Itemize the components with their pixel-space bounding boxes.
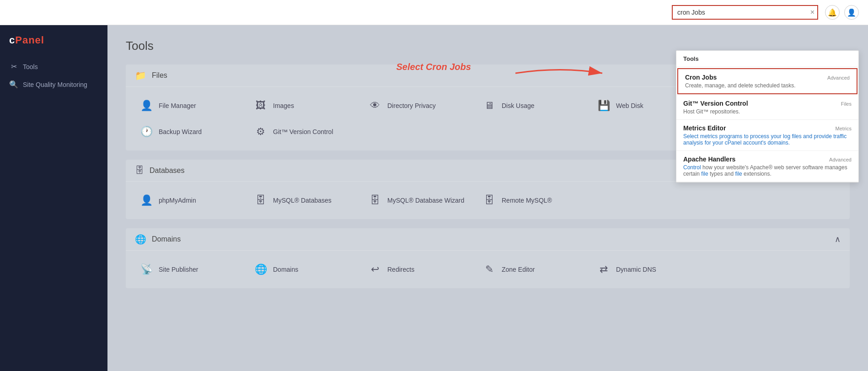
main-content: Tools 📁 Files ∧ 👤 File Manager 🖼 Images — [107, 25, 868, 371]
cpanel-logo: cPanel — [0, 34, 107, 58]
site-publisher-icon: 📡 — [139, 263, 153, 275]
tool-disk-usage-label: Disk Usage — [502, 102, 535, 109]
tool-phpmyadmin[interactable]: 👤 phpMyAdmin — [135, 191, 249, 210]
tool-remote-mysql-label: Remote MySQL® — [502, 197, 552, 204]
section-domains-title: 🌐 Domains — [135, 234, 181, 245]
search-dropdown: Tools Cron Jobs Advanced Create, manage,… — [676, 50, 859, 183]
dropdown-item-cron-jobs-header: Cron Jobs Advanced — [685, 74, 850, 81]
tool-domains[interactable]: 🌐 Domains — [249, 260, 364, 279]
layout: cPanel ✂ Tools 🔍 Site Quality Monitoring… — [0, 25, 868, 371]
dropdown-item-metrics[interactable]: Metrics Editor Metrics Select metrics pr… — [676, 120, 858, 151]
header: × 🔔 👤 — [0, 0, 868, 25]
dropdown-item-cron-jobs[interactable]: Cron Jobs Advanced Create, manage, and d… — [677, 68, 857, 94]
dropdown-git-category: Files — [841, 101, 852, 107]
section-domains: 🌐 Domains ∧ 📡 Site Publisher 🌐 Domains ↩… — [126, 228, 850, 288]
dropdown-apache-category: Advanced — [829, 157, 852, 162]
sidebar: cPanel ✂ Tools 🔍 Site Quality Monitoring — [0, 25, 107, 371]
dropdown-metrics-category: Metrics — [836, 126, 852, 131]
tool-zone-editor-label: Zone Editor — [502, 266, 535, 273]
section-domains-header: 🌐 Domains ∧ — [126, 228, 850, 251]
tool-redirects[interactable]: ↩ Redirects — [364, 260, 478, 279]
section-databases-title: 🗄 Databases — [135, 165, 185, 176]
search-clear-button[interactable]: × — [810, 9, 814, 16]
tools-icon: ✂ — [9, 62, 18, 71]
dropdown-item-apache[interactable]: Apache Handlers Advanced Control how you… — [676, 151, 858, 182]
logo-c: c — [9, 34, 15, 46]
folder-icon: 📁 — [135, 70, 146, 81]
dynamic-dns-icon: ⇄ — [597, 263, 611, 275]
tool-images-label: Images — [273, 102, 294, 109]
tool-web-disk-label: Web Disk — [616, 102, 643, 109]
tool-mysql-databases[interactable]: 🗄 MySQL® Databases — [249, 191, 364, 210]
section-domains-toggle[interactable]: ∧ — [835, 234, 841, 244]
bell-icon: 🔔 — [828, 8, 837, 17]
tool-git-version-label: Git™ Version Control — [273, 128, 333, 135]
mysql-icon: 🗄 — [254, 194, 268, 206]
dropdown-git-name: Git™ Version Control — [683, 100, 748, 107]
tool-git-version-control[interactable]: ⚙ Git™ Version Control — [249, 122, 364, 141]
logo-panel: Panel — [15, 34, 44, 46]
dropdown-metrics-name: Metrics Editor — [683, 124, 726, 132]
dropdown-metrics-desc: Select metrics programs to process your … — [683, 133, 852, 146]
tool-mysql-databases-label: MySQL® Databases — [273, 197, 332, 204]
dropdown-item-apache-header: Apache Handlers Advanced — [683, 156, 852, 163]
tool-zone-editor[interactable]: ✎ Zone Editor — [478, 260, 592, 279]
search-icon: 🔍 — [9, 80, 18, 89]
backup-wizard-icon: 🕐 — [139, 126, 153, 138]
section-files-label: Files — [152, 71, 167, 80]
mysql-wizard-icon: 🗄 — [368, 194, 382, 206]
search-wrapper: × — [672, 5, 818, 20]
dropdown-cron-jobs-desc: Create, manage, and delete scheduled tas… — [685, 82, 850, 89]
tool-mysql-wizard-label: MySQL® Database Wizard — [387, 197, 464, 204]
directory-privacy-icon: 👁 — [368, 100, 382, 112]
file-manager-icon: 👤 — [139, 100, 153, 112]
dropdown-cron-jobs-name: Cron Jobs — [685, 74, 717, 81]
phpmyadmin-icon: 👤 — [139, 194, 153, 206]
tool-file-manager-label: File Manager — [159, 102, 196, 109]
sidebar-item-tools[interactable]: ✂ Tools — [0, 58, 107, 75]
disk-usage-icon: 🖥 — [482, 100, 496, 112]
sidebar-item-site-quality[interactable]: 🔍 Site Quality Monitoring — [0, 75, 107, 93]
sidebar-item-tools-label: Tools — [23, 63, 38, 70]
dropdown-item-metrics-header: Metrics Editor Metrics — [683, 124, 852, 132]
tool-backup-wizard-label: Backup Wizard — [159, 128, 202, 135]
tool-site-publisher[interactable]: 📡 Site Publisher — [135, 260, 249, 279]
redirects-icon: ↩ — [368, 263, 382, 275]
tool-dynamic-dns-label: Dynamic DNS — [616, 266, 656, 273]
dropdown-cron-jobs-category: Advanced — [827, 75, 850, 81]
globe-icon: 🌐 — [135, 234, 146, 245]
tool-directory-privacy-label: Directory Privacy — [387, 102, 436, 109]
web-disk-icon: 💾 — [597, 100, 611, 112]
tool-dynamic-dns[interactable]: ⇄ Dynamic DNS — [592, 260, 707, 279]
notifications-button[interactable]: 🔔 — [825, 5, 840, 20]
tool-file-manager[interactable]: 👤 File Manager — [135, 96, 249, 115]
user-button[interactable]: 👤 — [844, 5, 859, 20]
sidebar-item-site-quality-label: Site Quality Monitoring — [23, 81, 87, 88]
dropdown-apache-desc: Control how your website's Apache® web s… — [683, 164, 852, 177]
dropdown-item-git[interactable]: Git™ Version Control Files Host Git™ rep… — [676, 95, 858, 120]
search-input[interactable] — [672, 5, 818, 20]
git-icon: ⚙ — [254, 126, 268, 138]
tool-phpmyadmin-label: phpMyAdmin — [159, 197, 196, 204]
section-domains-label: Domains — [152, 235, 181, 243]
tool-images[interactable]: 🖼 Images — [249, 96, 364, 115]
tool-backup-wizard[interactable]: 🕐 Backup Wizard — [135, 122, 249, 141]
tool-mysql-wizard[interactable]: 🗄 MySQL® Database Wizard — [364, 191, 478, 210]
user-icon: 👤 — [847, 8, 856, 17]
images-icon: 🖼 — [254, 100, 268, 112]
zone-editor-icon: ✎ — [482, 263, 496, 275]
database-icon: 🗄 — [135, 165, 144, 176]
tool-directory-privacy[interactable]: 👁 Directory Privacy — [364, 96, 478, 115]
tool-disk-usage[interactable]: 🖥 Disk Usage — [478, 96, 592, 115]
tool-redirects-label: Redirects — [387, 266, 414, 273]
section-domains-body: 📡 Site Publisher 🌐 Domains ↩ Redirects ✎… — [126, 251, 850, 288]
remote-mysql-icon: 🗄 — [482, 194, 496, 206]
section-files-title: 📁 Files — [135, 70, 167, 81]
dropdown-apache-name: Apache Handlers — [683, 156, 735, 163]
tool-remote-mysql[interactable]: 🗄 Remote MySQL® — [478, 191, 592, 210]
domains-icon: 🌐 — [254, 263, 268, 275]
tool-site-publisher-label: Site Publisher — [159, 266, 198, 273]
section-databases-label: Databases — [150, 167, 185, 175]
tool-domains-label: Domains — [273, 266, 298, 273]
header-icons: 🔔 👤 — [825, 5, 859, 20]
